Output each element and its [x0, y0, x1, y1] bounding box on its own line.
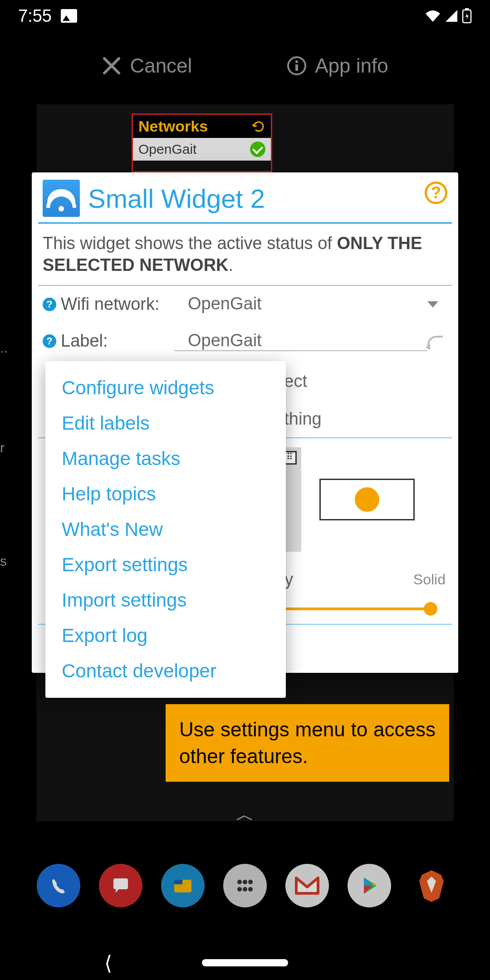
partial-nothing-text: nothing [265, 405, 447, 433]
hint-icon[interactable]: ? [43, 298, 56, 311]
widget-preview-title: Networks [138, 118, 208, 135]
color-picker[interactable] [319, 479, 415, 520]
cancel-label: Cancel [130, 54, 192, 77]
wifi-app-icon [43, 180, 80, 217]
wifi-icon [425, 9, 441, 23]
app-drawer-icon[interactable] [223, 864, 267, 907]
dialog-title: Small Widget 2 [88, 183, 265, 214]
nav-bar: ⟨ [0, 959, 490, 966]
app-info-button[interactable]: App info [287, 54, 388, 77]
color-swatch-dot [355, 487, 379, 512]
app-info-label: App info [315, 54, 388, 77]
browser-app-icon[interactable] [161, 864, 205, 907]
refresh-icon [252, 120, 265, 133]
svg-point-11 [243, 887, 247, 892]
signal-icon [445, 9, 458, 23]
status-bar: 7:55 [0, 0, 490, 32]
hint-icon[interactable]: ? [43, 334, 56, 348]
info-icon [287, 56, 307, 76]
menu-item-export-settings[interactable]: Export settings [45, 547, 286, 583]
brave-app-icon[interactable] [410, 864, 453, 907]
hint-toast: Use settings menu to access other featur… [166, 704, 449, 782]
menu-item-contact-developer[interactable]: Contact developer [45, 653, 286, 689]
phone-app-icon[interactable] [37, 864, 80, 907]
menu-item-edit-labels[interactable]: Edit labels [45, 406, 286, 441]
status-time: 7:55 [18, 6, 52, 26]
home-pill[interactable] [202, 959, 288, 966]
widget-preview[interactable]: Networks OpenGait [132, 113, 272, 172]
wifi-network-dropdown[interactable]: OpenGait [174, 294, 418, 314]
truncated-text: s [0, 554, 7, 569]
cancel-button[interactable]: Cancel [102, 54, 192, 77]
menu-item-configure-widgets[interactable]: Configure widgets [45, 370, 286, 406]
check-icon [250, 142, 265, 157]
svg-point-3 [295, 60, 298, 63]
opacity-value: Solid [413, 571, 446, 588]
settings-menu: Configure widgets Edit labels Manage tas… [45, 361, 286, 698]
menu-item-help-topics[interactable]: Help topics [45, 476, 286, 512]
label-field-label: Label: [61, 331, 174, 351]
gmail-app-icon[interactable] [285, 864, 329, 907]
svg-point-12 [248, 887, 253, 892]
back-button[interactable]: ⟨ [104, 951, 112, 975]
partial-connect-text: nnect [265, 368, 447, 395]
svg-rect-6 [174, 880, 182, 884]
truncated-text: .. [0, 340, 8, 356]
svg-point-10 [237, 887, 242, 892]
wifi-network-label: Wifi network: [61, 294, 174, 314]
menu-item-import-settings[interactable]: Import settings [45, 583, 286, 618]
menu-item-export-log[interactable]: Export log [45, 618, 286, 653]
wifi-network-row: ? Wifi network: OpenGait [32, 286, 458, 323]
svg-point-9 [248, 880, 253, 884]
play-store-icon[interactable] [348, 864, 391, 907]
chevron-down-icon [427, 301, 438, 308]
widget-preview-network: OpenGait [138, 142, 196, 157]
widget-edit-toolbar: Cancel App info [0, 54, 490, 77]
truncated-text: r [0, 440, 5, 456]
svg-point-7 [237, 880, 242, 884]
messages-app-icon[interactable] [99, 864, 142, 907]
chevron-up-icon[interactable]: ︿ [236, 802, 254, 827]
battery-icon [462, 8, 472, 24]
label-input[interactable]: OpenGait [174, 331, 427, 351]
help-button[interactable]: ? [425, 181, 447, 204]
dock [0, 864, 490, 907]
menu-item-whats-new[interactable]: What's New [45, 512, 286, 547]
slider-thumb[interactable] [424, 602, 437, 616]
dialog-description: This widget shows the active status of O… [32, 224, 458, 285]
picture-icon [61, 9, 77, 23]
menu-item-manage-tasks[interactable]: Manage tasks [45, 441, 286, 476]
undo-icon[interactable] [427, 336, 443, 347]
close-icon [102, 56, 122, 76]
svg-rect-4 [295, 64, 298, 71]
svg-point-8 [243, 880, 247, 884]
label-row: ? Label: OpenGait [32, 323, 458, 354]
svg-rect-1 [465, 8, 469, 10]
